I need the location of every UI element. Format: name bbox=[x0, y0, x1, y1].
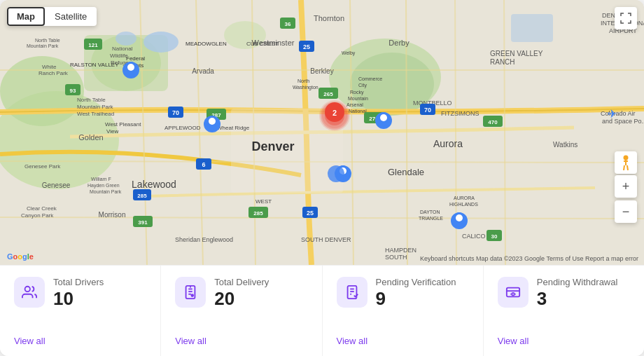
drivers-icon-wrap bbox=[14, 277, 45, 308]
svg-text:30: 30 bbox=[491, 233, 498, 240]
stat-card-pending-verification: Pending Verification 9 View all bbox=[323, 266, 484, 356]
svg-text:Rocky: Rocky bbox=[350, 90, 364, 95]
svg-text:Mountain: Mountain bbox=[348, 96, 368, 101]
svg-text:CALICO: CALICO bbox=[462, 233, 486, 240]
map-footer: Keyboard shortcuts Map data ©2023 Google… bbox=[420, 254, 638, 262]
fullscreen-button[interactable] bbox=[615, 7, 637, 29]
delivery-value: 20 bbox=[214, 289, 269, 309]
drivers-label: Total Drivers bbox=[53, 277, 104, 287]
svg-point-139 bbox=[25, 287, 30, 292]
svg-text:Washington: Washington bbox=[293, 85, 318, 90]
zoom-in-button[interactable]: + bbox=[615, 175, 637, 198]
svg-text:SOUTH DENVER: SOUTH DENVER bbox=[301, 236, 351, 243]
svg-text:FITZSIMONS: FITZSIMONS bbox=[441, 110, 479, 117]
svg-text:Commerce: Commerce bbox=[358, 76, 382, 81]
svg-text:City: City bbox=[358, 83, 368, 88]
svg-text:Arsenal: Arsenal bbox=[346, 102, 363, 107]
svg-text:North Table: North Table bbox=[35, 38, 60, 43]
svg-text:Thornton: Thornton bbox=[314, 14, 344, 22]
google-logo: Google bbox=[7, 252, 34, 261]
delivery-icon-wrap bbox=[175, 277, 206, 308]
zoom-out-button[interactable]: − bbox=[615, 200, 637, 223]
drivers-view-all-link[interactable]: View all bbox=[14, 336, 46, 346]
svg-text:RALSTON VALLEY: RALSTON VALLEY bbox=[70, 62, 119, 68]
svg-text:TRIANGLE: TRIANGLE bbox=[419, 216, 443, 221]
verification-view-all-link[interactable]: View all bbox=[337, 336, 368, 346]
map-area: Denver Lakewood Glendale Aurora Golden G… bbox=[0, 0, 644, 265]
delivery-view-all-link[interactable]: View all bbox=[175, 336, 206, 346]
svg-rect-10 bbox=[511, 14, 553, 42]
verification-icon bbox=[344, 285, 360, 300]
svg-text:Mountain Park: Mountain Park bbox=[27, 43, 59, 48]
svg-text:Mountain Park: Mountain Park bbox=[77, 104, 114, 110]
satellite-button[interactable]: Satellite bbox=[45, 7, 97, 26]
svg-text:SOUTH: SOUTH bbox=[385, 254, 407, 261]
svg-text:Canyon Park: Canyon Park bbox=[21, 212, 54, 219]
map-button[interactable]: Map bbox=[7, 7, 45, 26]
svg-text:Clear Creek: Clear Creek bbox=[27, 205, 57, 212]
map-type-toggle[interactable]: Map Satellite bbox=[7, 7, 97, 26]
drivers-value: 10 bbox=[53, 289, 104, 309]
svg-text:William F: William F bbox=[91, 177, 111, 182]
svg-text:Mountain Park: Mountain Park bbox=[90, 189, 122, 194]
svg-text:Genesee: Genesee bbox=[42, 182, 71, 189]
stats-row: Total Drivers 10 View all bbox=[0, 265, 644, 356]
svg-text:MEADOWGLEN: MEADOWGLEN bbox=[186, 41, 227, 47]
svg-point-144 bbox=[192, 294, 194, 296]
svg-text:285: 285 bbox=[137, 193, 147, 199]
svg-text:HIGHLANDS: HIGHLANDS bbox=[449, 202, 478, 207]
svg-text:93: 93 bbox=[70, 88, 76, 94]
svg-text:25: 25 bbox=[307, 210, 314, 217]
svg-text:North: North bbox=[298, 78, 309, 83]
pegman-button[interactable] bbox=[615, 151, 637, 174]
withdrawal-value: 3 bbox=[537, 289, 618, 309]
svg-text:Glendale: Glendale bbox=[388, 167, 424, 177]
withdrawal-view-all-link[interactable]: View all bbox=[498, 336, 529, 346]
svg-text:Arvada: Arvada bbox=[192, 67, 214, 75]
svg-text:265: 265 bbox=[323, 91, 333, 97]
svg-text:DAYTON: DAYTON bbox=[420, 210, 440, 214]
svg-point-136 bbox=[456, 214, 463, 221]
svg-text:West Trailhead: West Trailhead bbox=[77, 111, 114, 117]
stat-card-total-drivers: Total Drivers 10 View all bbox=[0, 266, 161, 356]
drivers-info: Total Drivers 10 bbox=[53, 277, 104, 309]
svg-text:Derby: Derby bbox=[388, 39, 410, 47]
svg-point-138 bbox=[624, 156, 629, 160]
svg-text:Golden: Golden bbox=[78, 133, 103, 142]
svg-text:70: 70 bbox=[172, 109, 179, 116]
stat-header-withdrawal: Pending Withdrawal 3 bbox=[498, 277, 630, 309]
svg-text:CUB CREST: CUB CREST bbox=[246, 41, 279, 47]
withdrawal-label: Pending Withdrawal bbox=[537, 277, 618, 287]
svg-text:Sheridan Englewood: Sheridan Englewood bbox=[175, 236, 233, 243]
svg-point-131 bbox=[380, 114, 387, 121]
svg-text:Berkley: Berkley bbox=[310, 67, 333, 75]
svg-text:470: 470 bbox=[488, 119, 498, 125]
svg-text:Colorado Air: Colorado Air bbox=[601, 110, 636, 117]
delivery-info: Total Delivery 20 bbox=[214, 277, 269, 309]
svg-text:WEST: WEST bbox=[255, 198, 272, 205]
svg-text:Morrison: Morrison bbox=[99, 211, 126, 219]
svg-text:HAMPDEN: HAMPDEN bbox=[385, 247, 416, 254]
svg-text:70: 70 bbox=[424, 107, 431, 114]
stat-header-verification: Pending Verification 9 bbox=[337, 277, 469, 309]
svg-text:Lakewood: Lakewood bbox=[132, 179, 176, 190]
stat-header-drivers: Total Drivers 10 bbox=[14, 277, 146, 309]
svg-text:West Pleasant: West Pleasant bbox=[105, 121, 141, 128]
verification-label: Pending Verification bbox=[376, 277, 456, 287]
svg-point-9 bbox=[115, 32, 136, 46]
svg-text:Wheat Ridge: Wheat Ridge bbox=[217, 125, 250, 131]
svg-text:National: National bbox=[112, 46, 133, 52]
svg-text:36: 36 bbox=[285, 21, 291, 27]
svg-text:Welby: Welby bbox=[342, 50, 356, 56]
withdrawal-info: Pending Withdrawal 3 bbox=[537, 277, 618, 309]
svg-text:121: 121 bbox=[88, 42, 98, 48]
drivers-icon bbox=[22, 285, 37, 300]
zoom-controls: + − bbox=[615, 172, 637, 223]
svg-text:6: 6 bbox=[202, 161, 205, 168]
svg-point-8 bbox=[144, 32, 178, 53]
stat-card-total-delivery: Total Delivery 20 View all bbox=[161, 266, 322, 356]
svg-text:Ranch Park: Ranch Park bbox=[38, 70, 69, 76]
withdrawal-icon bbox=[505, 285, 521, 300]
svg-text:25: 25 bbox=[303, 43, 310, 50]
svg-text:2: 2 bbox=[332, 109, 337, 117]
